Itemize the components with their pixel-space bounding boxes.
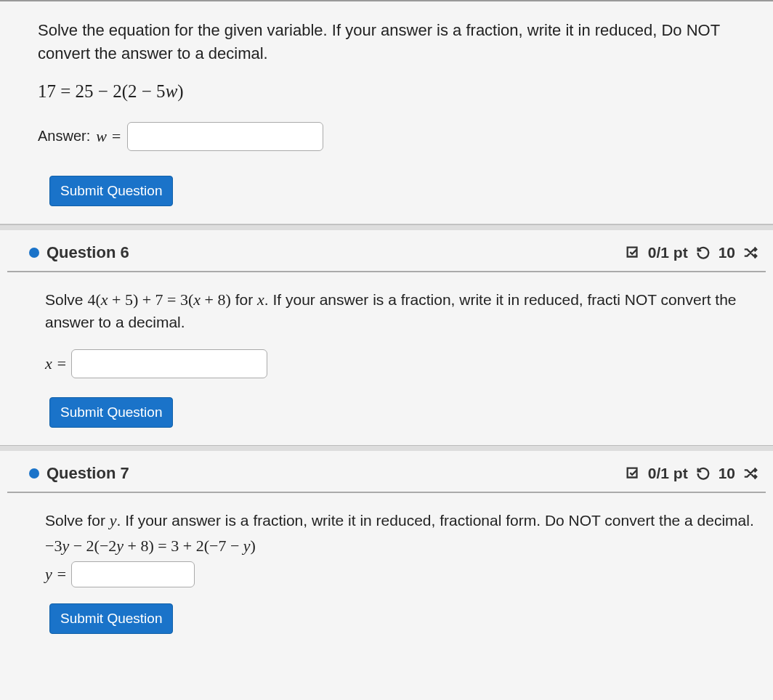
q6-var-label: x =: [45, 354, 67, 373]
q5-var-label: w =: [96, 127, 121, 146]
quiz-page: Solve the equation for the given variabl…: [0, 0, 773, 700]
q6-var: x: [257, 290, 264, 309]
submit-button[interactable]: Submit Question: [49, 176, 173, 206]
q7-header-text: Question 7: [46, 464, 129, 483]
question-7-header: Question 7 0/1 pt 10: [7, 451, 766, 493]
question-7-meta: 0/1 pt 10: [625, 465, 758, 482]
bullet-icon: [29, 248, 39, 258]
q6-prompt-mid: for: [231, 291, 257, 308]
q7-attempts: 10: [719, 465, 735, 482]
shuffle-icon: [742, 465, 758, 481]
check-icon: [625, 465, 641, 481]
q7-answer-input[interactable]: [71, 561, 195, 587]
divider: [0, 445, 773, 451]
shuffle-icon: [742, 245, 758, 261]
check-icon: [625, 245, 641, 261]
q7-var-label: y =: [45, 565, 67, 584]
q7-points: 0/1 pt: [648, 465, 688, 482]
question-6-meta: 0/1 pt 10: [625, 244, 758, 261]
q7-prompt: Solve for y. If your answer is a fractio…: [45, 509, 766, 532]
q5-answer-input[interactable]: [127, 122, 323, 151]
retry-icon: [695, 465, 711, 481]
q5-answer-row: Answer: w =: [38, 122, 744, 151]
q6-answer-row: x =: [45, 349, 766, 378]
retry-icon: [695, 245, 711, 261]
question-7-body: Solve for y. If your answer is a fractio…: [0, 493, 773, 648]
submit-button[interactable]: Submit Question: [49, 397, 173, 428]
divider: [0, 224, 773, 230]
question-5-body: Solve the equation for the given variabl…: [0, 0, 773, 224]
q7-equation: −3y − 2(−2y + 8) = 3 + 2(−7 − y): [45, 537, 766, 555]
q5-equation: 17 = 25 − 2(2 − 5w): [38, 81, 744, 102]
question-6-body: Solve 4(x + 5) + 7 = 3(x + 8) for x. If …: [0, 272, 773, 445]
q6-equation: 4(x + 5) + 7 = 3(x + 8): [87, 290, 230, 309]
question-6-title: Question 6: [29, 243, 129, 262]
q6-answer-input[interactable]: [71, 349, 267, 378]
question-7-title: Question 7: [29, 464, 129, 483]
q7-answer-row: y =: [45, 561, 766, 587]
submit-button[interactable]: Submit Question: [49, 603, 173, 634]
question-6-header: Question 6 0/1 pt 10: [7, 230, 766, 272]
bullet-icon: [29, 468, 39, 479]
q6-prompt: Solve 4(x + 5) + 7 = 3(x + 8) for x. If …: [45, 288, 766, 333]
q6-points: 0/1 pt: [648, 244, 688, 261]
q6-header-text: Question 6: [46, 243, 129, 262]
q5-prompt: Solve the equation for the given variabl…: [38, 19, 744, 65]
q6-attempts: 10: [719, 244, 735, 261]
q6-prompt-pre: Solve: [45, 291, 87, 308]
answer-label: Answer:: [38, 128, 90, 145]
